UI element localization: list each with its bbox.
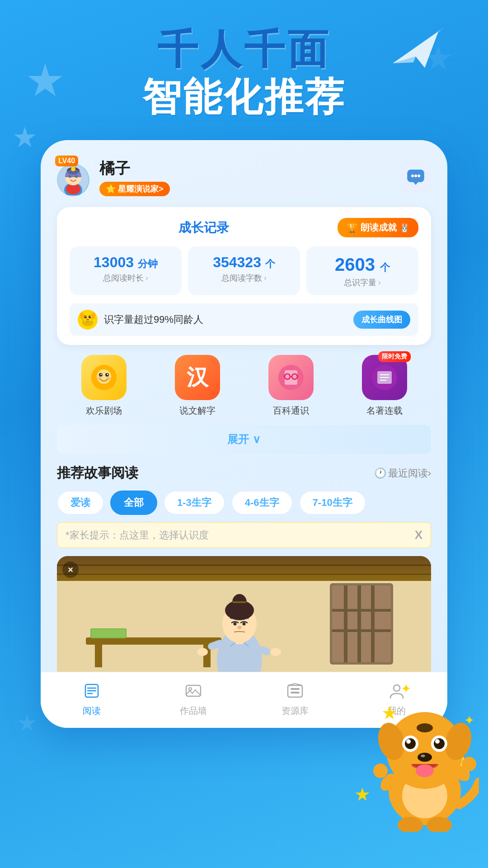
recent-reading-link[interactable]: 🕐 最近阅读› — [374, 467, 431, 480]
hanzi-label: 说文解字 — [179, 405, 216, 417]
literacy-info-text: 识字量超过99%同龄人 — [104, 313, 347, 326]
svg-point-34 — [107, 374, 108, 375]
stat-literacy[interactable]: 2603 个 总识字量 › — [306, 246, 418, 295]
svg-point-105 — [421, 755, 425, 757]
story-image-area: × — [57, 556, 431, 674]
stat-reading-time[interactable]: 13003 分钟 总阅读时长 › — [70, 246, 182, 295]
story-section-header: 推荐故事阅读 🕐 最近阅读› — [57, 464, 431, 482]
svg-point-100 — [405, 738, 416, 749]
svg-rect-70 — [221, 642, 258, 674]
user-profile-left[interactable]: LV40 — [57, 158, 170, 196]
avatar — [57, 164, 89, 196]
gold-star-4: ★ — [354, 784, 371, 805]
encyclopedia-label: 百科通识 — [273, 405, 309, 417]
stat-number-time: 13003 分钟 — [76, 254, 175, 271]
svg-point-101 — [434, 738, 445, 749]
recent-link-text: 最近阅读› — [388, 467, 431, 480]
svg-point-113 — [417, 723, 433, 732]
svg-point-26 — [86, 319, 89, 321]
svg-point-30 — [97, 369, 111, 384]
feature-item-encyclopedia[interactable]: 百科通识 — [244, 355, 338, 417]
message-icon-button[interactable] — [400, 162, 431, 193]
svg-point-13 — [71, 167, 75, 171]
svg-point-24 — [85, 316, 86, 317]
filter-tab-all[interactable]: 全部 — [110, 491, 157, 515]
hero-title-line2: 智能化推荐 — [0, 75, 488, 118]
hanzi-icon: 汉 — [175, 355, 220, 400]
svg-point-76 — [234, 623, 237, 626]
user-header: LV40 — [57, 158, 431, 196]
stat-label-time: 总阅读时长 › — [76, 273, 175, 283]
curve-chart-button[interactable]: 成长曲线图 — [353, 311, 410, 329]
svg-point-102 — [406, 739, 411, 744]
chevron-down-icon: ∨ — [253, 433, 261, 446]
svg-line-43 — [284, 376, 285, 377]
parent-notice-bar[interactable]: *家长提示：点这里，选择认识度 X — [57, 522, 431, 548]
nav-item-reading[interactable]: 阅读 — [41, 679, 142, 717]
svg-rect-87 — [186, 685, 201, 696]
literacy-bar[interactable]: 识字量超过99%同龄人 成长曲线图 — [70, 303, 418, 336]
notice-text: *家长提示：点这里，选择认识度 — [66, 528, 209, 542]
svg-rect-68 — [91, 629, 126, 637]
encyclopedia-icon — [268, 355, 314, 400]
nav-item-gallery[interactable]: 作品墙 — [142, 679, 244, 717]
filter-tab-bar: 爱读 全部 1-3生字 4-6生字 7-10生字 — [57, 491, 431, 515]
avatar-wrap: LV40 — [57, 159, 93, 195]
feature-item-classics[interactable]: 限时免费 名著连载 — [338, 355, 431, 417]
svg-point-92 — [394, 685, 400, 691]
hero-header: 千人千面 智能化推荐 — [0, 27, 488, 118]
level-badge: LV40 — [55, 156, 78, 166]
svg-point-103 — [435, 739, 440, 744]
svg-rect-53 — [57, 556, 431, 581]
growth-header: 成长记录 🏆 朗读成就 🐰 — [70, 218, 418, 237]
bg-star-4 — [18, 714, 36, 732]
gallery-nav-icon — [182, 679, 205, 702]
filter-tab-4-6[interactable]: 4-6生字 — [231, 491, 293, 515]
nav-label-gallery: 作品墙 — [180, 705, 207, 717]
svg-point-17 — [414, 175, 417, 177]
stat-number-literacy: 2603 个 — [313, 254, 412, 275]
story-close-button[interactable]: × — [62, 561, 79, 578]
nav-label-reading: 阅读 — [83, 705, 101, 717]
user-tag[interactable]: ⭐ 星耀演说家> — [99, 182, 170, 196]
filter-tab-love[interactable]: 爱读 — [57, 491, 104, 515]
achievement-badge[interactable]: 🏆 朗读成就 🐰 — [338, 218, 418, 237]
feature-item-hanzi[interactable]: 汉 说文解字 — [150, 355, 244, 417]
stat-char-count[interactable]: 354323 个 总阅读字数 › — [188, 246, 300, 295]
filter-tab-7-10[interactable]: 7-10生字 — [299, 491, 366, 515]
svg-point-25 — [90, 316, 91, 317]
svg-point-16 — [411, 175, 414, 177]
notice-close-button[interactable]: X — [415, 528, 422, 542]
svg-rect-91 — [291, 692, 300, 693]
reading-nav-icon — [80, 679, 103, 702]
svg-point-104 — [418, 753, 432, 762]
nav-item-library[interactable]: 资源库 — [244, 679, 346, 717]
sparkle-1: ✦ — [401, 681, 411, 696]
svg-rect-89 — [288, 685, 302, 697]
svg-point-36 — [107, 377, 110, 380]
feature-item-drama[interactable]: 欢乐剧场 — [57, 355, 150, 417]
stats-row: 13003 分钟 总阅读时长 › 354323 个 总阅读字数 › 2603 个… — [70, 246, 418, 295]
growth-card: 成长记录 🏆 朗读成就 🐰 13003 分钟 总阅读时长 › 354323 个 … — [57, 207, 431, 345]
svg-rect-65 — [95, 645, 102, 667]
library-nav-icon — [284, 679, 306, 702]
stat-label-literacy: 总识字量 › — [313, 277, 412, 288]
svg-rect-58 — [332, 585, 391, 662]
expand-button[interactable]: 展开 ∨ — [57, 425, 431, 454]
free-badge: 限时免费 — [378, 351, 411, 362]
filter-tab-1-3[interactable]: 1-3生字 — [164, 491, 225, 515]
drama-icon — [81, 355, 127, 400]
svg-point-82 — [270, 648, 281, 656]
svg-rect-64 — [86, 637, 221, 645]
svg-point-77 — [243, 623, 246, 626]
svg-rect-90 — [291, 688, 300, 690]
classics-icon: 限时免费 — [362, 355, 407, 400]
achievement-text: 朗读成就 — [361, 222, 397, 234]
svg-point-106 — [416, 764, 434, 777]
dog-mascot — [371, 705, 479, 832]
svg-point-109 — [373, 764, 388, 778]
phone-mockup: LV40 — [41, 140, 447, 728]
nav-label-library: 资源库 — [282, 705, 309, 717]
stat-label-chars: 总阅读字数 › — [194, 273, 294, 283]
svg-point-33 — [100, 374, 102, 375]
